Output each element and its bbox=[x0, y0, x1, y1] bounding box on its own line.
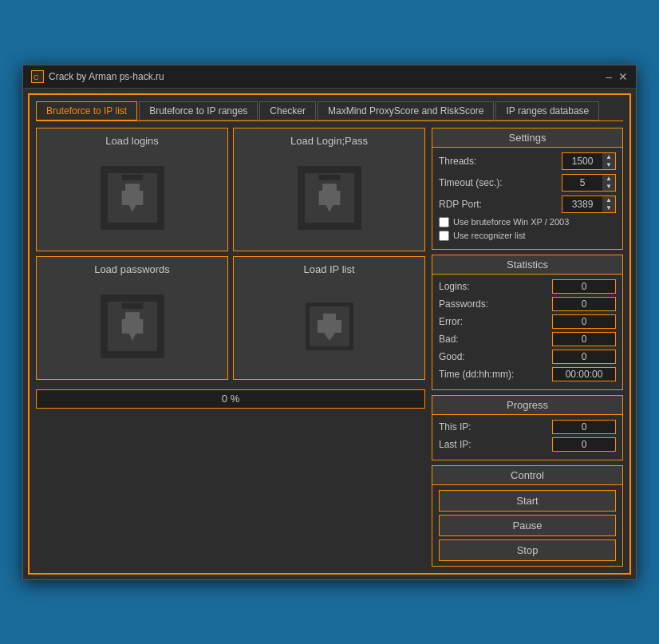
pause-button[interactable]: Pause bbox=[439, 515, 616, 536]
statistics-title: Statistics bbox=[432, 255, 622, 275]
load-ip-list-title: Load IP list bbox=[303, 263, 354, 275]
svg-text:C: C bbox=[34, 73, 39, 81]
logins-stat-label: Logins: bbox=[439, 281, 470, 292]
load-ip-list-icon bbox=[306, 302, 353, 350]
passwords-stat-row: Passwords: 0 bbox=[439, 297, 616, 311]
time-stat-label: Time (dd:hh:mm): bbox=[439, 369, 514, 380]
load-passwords-title: Load passwords bbox=[94, 263, 170, 275]
recognizer-label: Use recognizer list bbox=[453, 231, 525, 240]
recognizer-checkbox[interactable] bbox=[439, 231, 449, 241]
tab-bruteforce-ip-ranges[interactable]: Bruteforce to IP ranges bbox=[139, 101, 258, 121]
load-logins-icon bbox=[101, 166, 164, 230]
this-ip-value: 0 bbox=[552, 420, 616, 434]
control-title: Control bbox=[432, 466, 622, 485]
error-stat-label: Error: bbox=[439, 316, 463, 327]
threads-spinners: ▲ ▼ bbox=[602, 153, 615, 169]
stop-button[interactable]: Stop bbox=[439, 539, 616, 561]
control-body: Start Pause Stop bbox=[432, 485, 622, 566]
load-logins-title: Load logins bbox=[105, 135, 159, 147]
passwords-stat-label: Passwords: bbox=[439, 298, 488, 310]
settings-body: Threads: ▲ ▼ Timeout (sec.): bbox=[432, 148, 622, 249]
good-stat-value: 0 bbox=[552, 350, 616, 364]
good-stat-label: Good: bbox=[439, 351, 465, 362]
tab-checker[interactable]: Checker bbox=[259, 101, 316, 121]
threads-down[interactable]: ▼ bbox=[602, 161, 615, 169]
rdp-port-spinners: ▲ ▼ bbox=[602, 196, 615, 212]
rdp-port-input[interactable] bbox=[562, 198, 602, 211]
bad-stat-value: 0 bbox=[552, 332, 616, 346]
right-panel: Settings Threads: ▲ ▼ bbox=[432, 128, 623, 567]
main-content: Load logins bbox=[36, 128, 623, 567]
load-ip-list-box[interactable]: Load IP list bbox=[233, 256, 425, 380]
load-login-pass-box[interactable]: Load Login;Pass bbox=[233, 128, 425, 251]
this-ip-row: This IP: 0 bbox=[439, 420, 616, 434]
timeout-input-wrap: ▲ ▼ bbox=[562, 174, 616, 192]
recognizer-row: Use recognizer list bbox=[439, 231, 616, 241]
start-button[interactable]: Start bbox=[439, 490, 616, 512]
close-button[interactable]: ✕ bbox=[618, 71, 628, 82]
progress-body: This IP: 0 Last IP: 0 bbox=[432, 415, 622, 460]
logins-stat-row: Logins: 0 bbox=[439, 279, 616, 294]
error-stat-row: Error: 0 bbox=[439, 314, 616, 329]
timeout-down[interactable]: ▼ bbox=[602, 183, 615, 191]
last-ip-value: 0 bbox=[552, 437, 616, 452]
load-ip-list-icon-area bbox=[240, 280, 418, 373]
svg-rect-11 bbox=[322, 184, 337, 191]
settings-section: Settings Threads: ▲ ▼ bbox=[432, 128, 623, 250]
svg-rect-14 bbox=[121, 302, 143, 308]
main-window: C Crack by Arman ps-hack.ru – ✕ Brutefor… bbox=[22, 65, 637, 580]
title-controls: – ✕ bbox=[606, 71, 628, 82]
progress-bar-text: 0 % bbox=[222, 393, 239, 405]
timeout-row: Timeout (sec.): ▲ ▼ bbox=[439, 174, 616, 192]
last-ip-row: Last IP: 0 bbox=[439, 437, 616, 452]
timeout-spinners: ▲ ▼ bbox=[602, 175, 615, 191]
window-title: Crack by Arman ps-hack.ru bbox=[49, 71, 164, 82]
timeout-up[interactable]: ▲ bbox=[602, 175, 615, 183]
app-icon: C bbox=[31, 70, 44, 83]
timeout-label: Timeout (sec.): bbox=[439, 177, 503, 188]
load-login-pass-icon bbox=[298, 166, 361, 230]
timeout-input[interactable] bbox=[562, 176, 602, 189]
bad-stat-row: Bad: 0 bbox=[439, 332, 616, 346]
winxp-checkbox[interactable] bbox=[439, 217, 449, 227]
progress-section: Progress This IP: 0 Last IP: 0 bbox=[432, 395, 623, 460]
load-passwords-icon bbox=[101, 294, 164, 358]
threads-up[interactable]: ▲ bbox=[602, 153, 615, 161]
rdp-port-down[interactable]: ▼ bbox=[602, 204, 615, 212]
progress-bar-area: 0 % bbox=[36, 389, 425, 409]
passwords-stat-value: 0 bbox=[552, 297, 616, 311]
logins-stat-value: 0 bbox=[552, 279, 616, 294]
threads-input[interactable] bbox=[562, 155, 602, 168]
tab-bar: Bruteforce to IP list Bruteforce to IP r… bbox=[36, 101, 623, 121]
load-login-pass-icon-area bbox=[240, 152, 418, 244]
error-stat-value: 0 bbox=[552, 314, 616, 329]
svg-rect-20 bbox=[323, 314, 336, 322]
svg-rect-4 bbox=[121, 174, 143, 180]
threads-input-wrap: ▲ ▼ bbox=[562, 152, 616, 170]
threads-label: Threads: bbox=[439, 156, 476, 167]
rdp-port-label: RDP Port: bbox=[439, 199, 482, 210]
rdp-port-up[interactable]: ▲ bbox=[602, 196, 615, 204]
title-bar-left: C Crack by Arman ps-hack.ru bbox=[31, 70, 164, 83]
left-panel: Load logins bbox=[36, 128, 425, 567]
load-passwords-icon-area bbox=[43, 280, 221, 373]
tab-ip-ranges-db[interactable]: IP ranges database bbox=[495, 101, 599, 121]
bad-stat-label: Bad: bbox=[439, 334, 459, 345]
load-logins-box[interactable]: Load logins bbox=[36, 128, 228, 251]
winxp-row: Use bruteforce Win XP / 2003 bbox=[439, 217, 616, 227]
tab-maxmind[interactable]: MaxMind ProxyScore and RiskScore bbox=[318, 101, 494, 121]
good-stat-row: Good: 0 bbox=[439, 350, 616, 364]
rdp-port-row: RDP Port: ▲ ▼ bbox=[439, 196, 616, 213]
svg-rect-6 bbox=[125, 184, 140, 191]
tab-bruteforce-ip-list[interactable]: Bruteforce to IP list bbox=[36, 101, 137, 121]
load-passwords-box[interactable]: Load passwords bbox=[36, 256, 228, 380]
statistics-section: Statistics Logins: 0 Passwords: 0 Error: bbox=[432, 255, 623, 390]
statistics-body: Logins: 0 Passwords: 0 Error: 0 Bad: bbox=[432, 275, 622, 389]
rdp-port-input-wrap: ▲ ▼ bbox=[562, 196, 616, 213]
svg-rect-16 bbox=[125, 312, 140, 319]
minimize-button[interactable]: – bbox=[606, 71, 612, 82]
progress-title: Progress bbox=[432, 396, 622, 415]
title-bar: C Crack by Arman ps-hack.ru – ✕ bbox=[23, 65, 636, 89]
load-grid: Load logins bbox=[36, 128, 425, 380]
svg-rect-9 bbox=[318, 174, 340, 180]
